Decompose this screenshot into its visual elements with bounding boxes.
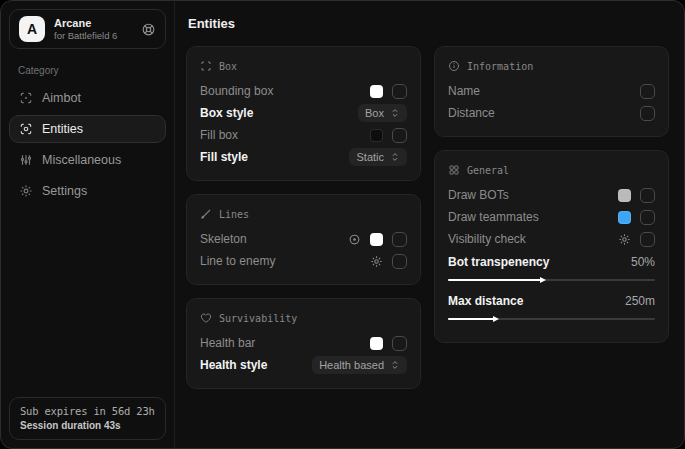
sidebar-item-label: Miscellaneous <box>42 153 121 167</box>
sidebar-item-label: Entities <box>42 122 83 136</box>
bounding-box-label: Bounding box <box>200 84 273 98</box>
left-column: Box Bounding box Box style Box <box>186 46 421 389</box>
bot-transparency-label: Bot transpenency <box>448 255 549 269</box>
heart-icon <box>200 312 212 324</box>
name-label: Name <box>448 84 480 98</box>
sidebar-item-label: Aimbot <box>42 91 81 105</box>
chevrons-up-down-icon <box>390 360 400 370</box>
health-bar-row: Health bar <box>200 332 407 354</box>
app-name: Arcane <box>54 17 117 30</box>
line-to-enemy-checkbox[interactable] <box>392 254 407 269</box>
name-row: Name <box>448 80 655 102</box>
box-card-title: Box <box>219 61 237 72</box>
app-titles: Arcane for Battlefield 6 <box>54 17 117 42</box>
bot-transparency-slider[interactable] <box>448 279 655 281</box>
session-duration-text: Session duration 43s <box>20 420 155 431</box>
survivability-card: Survivability Health bar Health style <box>186 298 421 389</box>
sliders-icon <box>19 153 33 167</box>
draw-bots-row: Draw BOTs <box>448 184 655 206</box>
box-card: Box Bounding box Box style Box <box>186 46 421 181</box>
lifebuoy-icon[interactable] <box>141 22 156 37</box>
subscription-info-card: Sub expires in 56d 23h Session duration … <box>9 397 166 440</box>
pencil-line-icon <box>200 208 212 220</box>
box-style-dropdown[interactable]: Box <box>358 104 407 122</box>
distance-checkbox[interactable] <box>640 106 655 121</box>
skeleton-color-swatch[interactable] <box>370 233 383 246</box>
bounding-box-checkbox[interactable] <box>392 84 407 99</box>
category-label: Category <box>18 65 166 76</box>
general-card-title: General <box>467 165 509 176</box>
max-distance-group: Max distance 250m <box>448 291 655 320</box>
sidebar-item-label: Settings <box>42 184 87 198</box>
sidebar-item-settings[interactable]: Settings <box>9 177 166 205</box>
health-style-row: Health style Health based <box>200 354 407 376</box>
sidebar-item-entities[interactable]: Entities <box>9 115 166 143</box>
gear-icon <box>19 184 33 198</box>
max-distance-label: Max distance <box>448 294 523 308</box>
health-style-value: Health based <box>319 359 384 371</box>
app-logo: A <box>19 16 45 42</box>
health-style-label: Health style <box>200 358 267 372</box>
app-header-card: A Arcane for Battlefield 6 <box>9 9 166 49</box>
visibility-check-label: Visibility check <box>448 232 526 246</box>
bounding-box-color-swatch[interactable] <box>370 85 383 98</box>
lines-card-title: Lines <box>219 209 249 220</box>
grid-icon <box>448 164 460 176</box>
crosshair-icon <box>19 91 33 105</box>
draw-bots-checkbox[interactable] <box>640 188 655 203</box>
bounding-box-row: Bounding box <box>200 80 407 102</box>
app-subtitle: for Battlefield 6 <box>54 30 117 42</box>
max-distance-slider[interactable] <box>448 318 655 320</box>
skeleton-row: Skeleton <box>200 228 407 250</box>
chevrons-up-down-icon <box>390 152 400 162</box>
page-title: Entities <box>188 16 669 31</box>
health-bar-color-swatch[interactable] <box>370 337 383 350</box>
target-icon[interactable] <box>348 233 361 246</box>
draw-bots-color-swatch[interactable] <box>618 189 631 202</box>
draw-teammates-row: Draw teammates <box>448 206 655 228</box>
box-style-label: Box style <box>200 106 253 120</box>
draw-teammates-checkbox[interactable] <box>640 210 655 225</box>
fill-box-checkbox[interactable] <box>392 128 407 143</box>
fill-style-value: Static <box>356 151 384 163</box>
line-to-enemy-label: Line to enemy <box>200 254 275 268</box>
fill-box-row: Fill box <box>200 124 407 146</box>
skeleton-checkbox[interactable] <box>392 232 407 247</box>
name-checkbox[interactable] <box>640 84 655 99</box>
sidebar-item-miscellaneous[interactable]: Miscellaneous <box>9 146 166 174</box>
health-bar-checkbox[interactable] <box>392 336 407 351</box>
bot-transparency-value: 50% <box>631 255 655 269</box>
max-distance-value: 250m <box>625 294 655 308</box>
sub-expires-text: Sub expires in 56d 23h <box>20 405 155 417</box>
skeleton-label: Skeleton <box>200 232 247 246</box>
right-column: Information Name Distance <box>434 46 669 343</box>
health-style-dropdown[interactable]: Health based <box>312 356 407 374</box>
info-icon <box>448 60 460 72</box>
fill-style-dropdown[interactable]: Static <box>349 148 407 166</box>
main-content: Entities Box Bounding box <box>175 1 684 448</box>
gear-icon[interactable] <box>618 233 631 246</box>
distance-row: Distance <box>448 102 655 124</box>
slider-thumb[interactable] <box>540 277 546 283</box>
bot-transparency-group: Bot transpenency 50% <box>448 252 655 281</box>
box-style-row: Box style Box <box>200 102 407 124</box>
fill-box-label: Fill box <box>200 128 238 142</box>
visibility-check-checkbox[interactable] <box>640 232 655 247</box>
gear-icon[interactable] <box>370 255 383 268</box>
draw-teammates-color-swatch[interactable] <box>618 211 631 224</box>
app-window: A Arcane for Battlefield 6 Category <box>0 0 685 449</box>
sidebar-item-aimbot[interactable]: Aimbot <box>9 84 166 112</box>
fill-box-color-swatch[interactable] <box>370 129 383 142</box>
brackets-icon <box>200 60 212 72</box>
line-to-enemy-row: Line to enemy <box>200 250 407 272</box>
visibility-check-row: Visibility check <box>448 228 655 250</box>
slider-thumb[interactable] <box>493 316 499 322</box>
scan-icon <box>19 122 33 136</box>
health-bar-label: Health bar <box>200 336 255 350</box>
distance-label: Distance <box>448 106 495 120</box>
box-style-value: Box <box>365 107 384 119</box>
fill-style-row: Fill style Static <box>200 146 407 168</box>
sidebar: A Arcane for Battlefield 6 Category <box>1 1 175 448</box>
draw-bots-label: Draw BOTs <box>448 188 509 202</box>
survivability-card-title: Survivability <box>219 313 297 324</box>
